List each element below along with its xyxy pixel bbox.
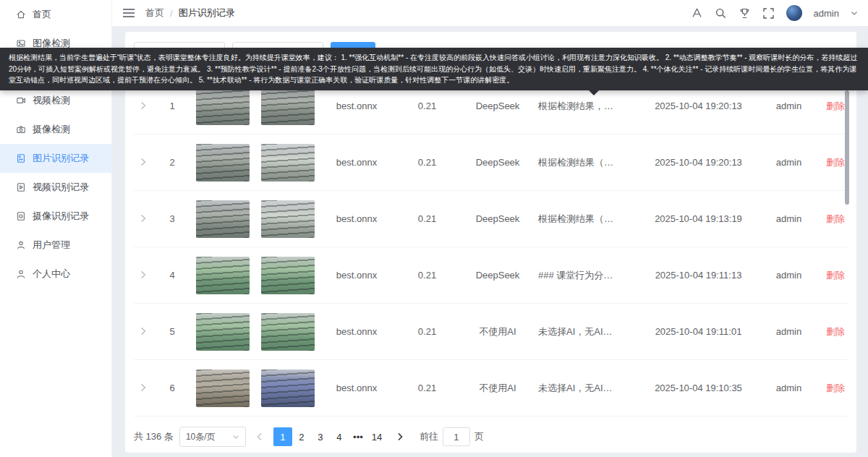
model-name: best.onnx <box>320 383 393 393</box>
result-image-thumbnail[interactable] <box>261 87 315 125</box>
topbar-actions: admin <box>691 5 858 21</box>
next-page-button[interactable] <box>392 427 408 446</box>
page-button-1[interactable]: 1 <box>273 427 292 446</box>
award-icon[interactable] <box>739 7 751 20</box>
records-table: 1 best.onnx 0.21 DeepSeek 根据检测结果，… 2025-… <box>134 78 848 421</box>
page-size-value: 10条/页 <box>186 431 216 443</box>
delete-link[interactable]: 删除 <box>826 382 845 395</box>
profile-icon <box>16 269 26 279</box>
result-image-thumbnail[interactable] <box>261 370 315 407</box>
row-index: 3 <box>154 213 190 224</box>
result-image-thumbnail[interactable] <box>261 200 315 238</box>
confidence-value: 0.21 <box>393 383 461 393</box>
sidebar-item-label: 首页 <box>33 8 51 21</box>
original-image-thumbnail[interactable] <box>196 313 250 351</box>
sidebar-item-video-detect[interactable]: 视频检测 <box>0 86 111 115</box>
record-user: admin <box>754 383 823 393</box>
original-image-thumbnail[interactable] <box>196 144 250 181</box>
page-button-14[interactable]: 14 <box>367 427 386 446</box>
model-name: best.onnx <box>320 101 393 111</box>
sidebar-item-camera-records[interactable]: 摄像识别记录 <box>0 202 111 231</box>
result-image-thumbnail[interactable] <box>261 313 315 351</box>
page-size-select[interactable]: 10条/页 <box>179 427 246 447</box>
ai-suggestion-tooltip: 根据检测结果，当前学生普遍处于“听课”状态，表明课堂整体专注度良好。为持续提升课… <box>0 48 868 90</box>
avatar[interactable] <box>786 5 802 21</box>
record-time: 2025-10-04 19:20:13 <box>642 157 754 168</box>
theme-icon[interactable] <box>691 7 703 20</box>
confidence-value: 0.21 <box>393 101 461 111</box>
page-button-3[interactable]: 3 <box>311 427 330 446</box>
row-expand-icon[interactable] <box>139 327 149 337</box>
topbar: 首页 / 图片识别记录 admin <box>112 0 868 26</box>
model-name: best.onnx <box>320 213 393 224</box>
row-expand-icon[interactable] <box>139 158 149 168</box>
original-image-thumbnail[interactable] <box>196 257 250 294</box>
confidence-value: 0.21 <box>393 270 461 281</box>
goto-page-input[interactable] <box>443 427 470 446</box>
delete-link[interactable]: 删除 <box>826 325 845 338</box>
records-card: 搜索 1 best.onnx 0.21 DeepSeek 根据检测结果，… 20… <box>125 32 856 453</box>
record-time: 2025-10-04 19:20:13 <box>642 101 754 111</box>
vertical-scrollbar-thumb[interactable] <box>845 90 849 205</box>
confidence-value: 0.21 <box>393 326 461 337</box>
page-button-2[interactable]: 2 <box>292 427 311 446</box>
prev-page-button[interactable] <box>252 427 268 446</box>
delete-link[interactable]: 删除 <box>826 269 845 282</box>
row-index: 6 <box>154 383 190 393</box>
record-user: admin <box>754 270 823 281</box>
ai-type: DeepSeek <box>461 213 534 224</box>
row-expand-icon[interactable] <box>139 383 149 393</box>
confidence-value: 0.21 <box>393 157 461 168</box>
result-image-thumbnail[interactable] <box>261 257 315 294</box>
row-expand-icon[interactable] <box>139 214 149 224</box>
breadcrumb: 首页 / 图片识别记录 <box>145 7 235 20</box>
record-time: 2025-10-04 19:10:35 <box>642 383 754 393</box>
goto-label: 前往 <box>420 430 438 443</box>
result-text: 未选择AI，无AI… <box>534 325 642 338</box>
original-image-thumbnail[interactable] <box>196 370 250 407</box>
video-record-icon <box>16 182 26 192</box>
row-index: 2 <box>154 157 190 168</box>
table-row: 2 best.onnx 0.21 DeepSeek 根据检测结果（… 2025-… <box>134 134 848 191</box>
sidebar-item-profile-center[interactable]: 个人中心 <box>0 260 111 289</box>
pager-more[interactable]: ••• <box>349 427 367 446</box>
original-image-thumbnail[interactable] <box>196 87 250 125</box>
camera-record-icon <box>16 211 26 221</box>
image-record-icon <box>16 153 26 163</box>
row-expand-icon[interactable] <box>139 101 149 111</box>
camera-detect-icon <box>16 124 26 134</box>
table-row: 5 best.onnx 0.21 不使用AI 未选择AI，无AI… 2025-1… <box>134 304 848 360</box>
breadcrumb-current: 图片识别记录 <box>179 7 235 20</box>
fullscreen-icon[interactable] <box>762 7 775 20</box>
row-expand-icon[interactable] <box>139 270 149 281</box>
result-text: ### 课堂行为分… <box>534 269 642 282</box>
model-name: best.onnx <box>320 157 393 168</box>
hamburger-menu-icon[interactable] <box>122 8 135 18</box>
sidebar-item-home[interactable]: 首页 <box>0 0 111 29</box>
search-icon[interactable] <box>715 7 727 20</box>
sidebar-item-label: 摄像识别记录 <box>33 210 89 223</box>
page-button-4[interactable]: 4 <box>330 427 349 446</box>
users-icon <box>16 240 26 250</box>
sidebar-item-image-records[interactable]: 图片识别记录 <box>0 144 111 173</box>
table-row: 3 best.onnx 0.21 DeepSeek 根据检测结果（… 2025-… <box>134 191 848 247</box>
username[interactable]: admin <box>814 8 839 19</box>
delete-link[interactable]: 删除 <box>826 100 845 113</box>
original-image-thumbnail[interactable] <box>196 200 250 238</box>
sidebar-item-video-records[interactable]: 视频识别记录 <box>0 173 111 202</box>
confidence-value: 0.21 <box>393 213 461 224</box>
result-image-thumbnail[interactable] <box>261 144 315 181</box>
delete-link[interactable]: 删除 <box>826 156 845 169</box>
ai-type: 不使用AI <box>461 325 534 338</box>
sidebar-item-label: 视频识别记录 <box>33 181 89 194</box>
delete-link[interactable]: 删除 <box>826 213 845 226</box>
sidebar-item-label: 摄像检测 <box>33 123 70 136</box>
table-row: 6 best.onnx 0.21 不使用AI 未选择AI，无AI… 2025-1… <box>134 360 848 417</box>
record-user: admin <box>754 326 823 337</box>
sidebar-item-user-management[interactable]: 用户管理 <box>0 231 111 260</box>
ai-type: 不使用AI <box>461 382 534 395</box>
breadcrumb-home[interactable]: 首页 <box>145 7 164 20</box>
sidebar-item-camera-detect[interactable]: 摄像检测 <box>0 115 111 144</box>
row-index: 1 <box>154 101 190 111</box>
result-text: 根据检测结果（… <box>534 213 642 226</box>
